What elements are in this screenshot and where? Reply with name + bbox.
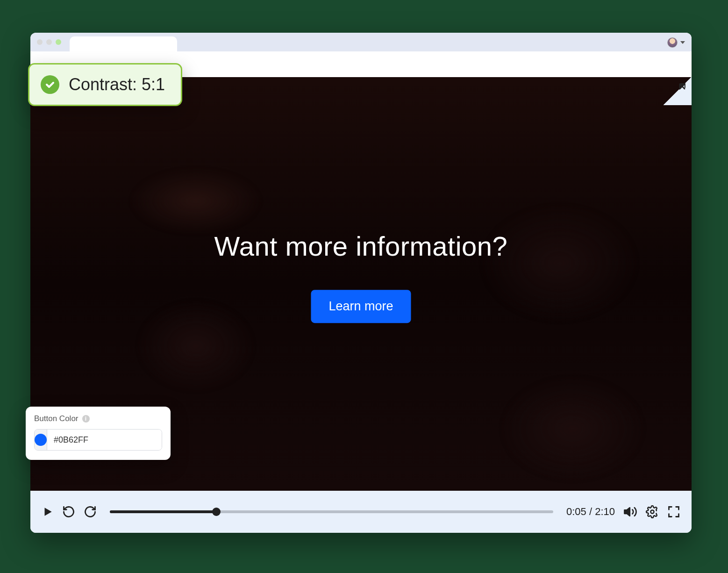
minimize-window-icon[interactable] — [46, 39, 52, 45]
progress-thumb[interactable] — [212, 508, 221, 516]
collapse-corner[interactable] — [664, 77, 692, 105]
avatar-icon — [667, 37, 678, 48]
svg-marker-3 — [45, 508, 52, 516]
cta-heading: Want more information? — [30, 230, 692, 262]
account-menu[interactable] — [667, 37, 685, 48]
rewind-button[interactable] — [62, 505, 75, 518]
svg-marker-4 — [625, 508, 630, 516]
arrow-up-left-icon — [677, 81, 688, 92]
browser-tab[interactable] — [70, 36, 177, 51]
contrast-badge: Contrast: 5:1 — [28, 63, 182, 106]
button-color-panel: Button Color i — [26, 407, 171, 460]
info-icon[interactable]: i — [82, 415, 90, 423]
current-time: 0:05 — [566, 506, 586, 517]
play-button[interactable] — [42, 506, 54, 518]
fullscreen-button[interactable] — [667, 505, 680, 518]
color-swatch-icon — [35, 434, 47, 446]
color-panel-title: Button Color — [34, 414, 79, 423]
contrast-label: Contrast: 5:1 — [69, 75, 165, 94]
settings-button[interactable] — [646, 505, 659, 518]
color-hex-input[interactable] — [47, 430, 162, 450]
browser-chrome — [30, 33, 692, 51]
svg-point-5 — [651, 510, 654, 514]
time-display: 0:05 / 2:10 — [566, 506, 615, 518]
color-swatch-box[interactable] — [35, 430, 47, 450]
player-controls: 0:05 / 2:10 — [30, 491, 692, 533]
maximize-window-icon[interactable] — [56, 39, 61, 45]
color-input[interactable] — [34, 429, 162, 451]
volume-button[interactable] — [623, 505, 637, 519]
cta-overlay: Want more information? Learn more — [30, 230, 692, 323]
progress-fill — [110, 510, 216, 513]
forward-button[interactable] — [84, 505, 97, 518]
close-window-icon[interactable] — [37, 39, 43, 45]
chevron-down-icon — [680, 41, 685, 44]
learn-more-button[interactable]: Learn more — [311, 290, 411, 323]
window-controls — [37, 39, 61, 45]
total-time: 2:10 — [595, 506, 615, 517]
svg-line-2 — [680, 84, 685, 89]
check-circle-icon — [41, 75, 59, 94]
color-panel-header: Button Color i — [34, 414, 162, 423]
progress-bar[interactable] — [110, 510, 553, 513]
